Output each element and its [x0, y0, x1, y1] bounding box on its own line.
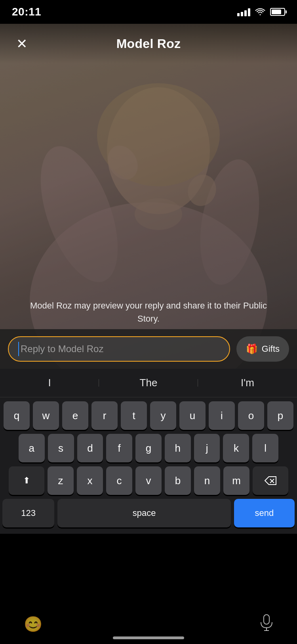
key-o[interactable]: o	[238, 401, 264, 430]
microphone-button[interactable]	[260, 614, 273, 634]
story-area: ✕ Model Roz Model Roz may preview your r…	[0, 24, 297, 369]
autocomplete-bar: I The I'm	[0, 369, 297, 397]
backspace-icon	[264, 475, 277, 486]
key-y[interactable]: y	[150, 401, 176, 430]
key-row-1: q w e r t y u i o p	[2, 401, 295, 430]
key-c[interactable]: c	[106, 466, 132, 495]
key-k[interactable]: k	[223, 434, 249, 462]
key-b[interactable]: b	[165, 466, 191, 495]
send-key[interactable]: send	[234, 499, 295, 527]
status-bar: 20:11	[0, 0, 297, 24]
gift-icon: 🎁	[246, 343, 258, 355]
key-n[interactable]: n	[194, 466, 220, 495]
autocomplete-item-the[interactable]: The	[99, 377, 198, 389]
key-e[interactable]: e	[62, 401, 88, 430]
shift-key[interactable]: ⬆	[9, 466, 44, 495]
key-j[interactable]: j	[194, 434, 220, 462]
bottom-bar: 😊	[0, 604, 297, 644]
key-r[interactable]: r	[91, 401, 118, 430]
numbers-key[interactable]: 123	[2, 499, 54, 527]
mic-icon	[260, 614, 273, 631]
key-f[interactable]: f	[106, 434, 132, 462]
text-cursor	[18, 342, 19, 356]
keyboard: q w e r t y u i o p a s d f g h j k l ⬆ …	[0, 397, 297, 534]
delete-key[interactable]	[253, 466, 288, 495]
key-h[interactable]: h	[165, 434, 191, 462]
space-key[interactable]: space	[57, 499, 231, 527]
status-icons	[237, 8, 285, 16]
reply-area: Reply to Model Roz 🎁 Gifts	[0, 329, 297, 369]
signal-icon	[237, 8, 250, 16]
key-w[interactable]: w	[33, 401, 59, 430]
close-button[interactable]: ✕	[12, 34, 32, 54]
key-d[interactable]: d	[77, 434, 103, 462]
gifts-button[interactable]: 🎁 Gifts	[236, 336, 289, 362]
key-q[interactable]: q	[4, 401, 30, 430]
story-title: Model Roz	[32, 36, 265, 51]
shift-icon: ⬆	[23, 475, 30, 486]
key-i[interactable]: i	[209, 401, 235, 430]
key-a[interactable]: a	[19, 434, 45, 462]
story-notice: Model Roz may preview your reply and sha…	[0, 299, 297, 325]
autocomplete-item-i[interactable]: I	[0, 377, 99, 389]
home-indicator	[113, 636, 184, 639]
status-time: 20:11	[12, 6, 41, 18]
key-t[interactable]: t	[121, 401, 147, 430]
key-p[interactable]: p	[267, 401, 293, 430]
emoji-button[interactable]: 😊	[24, 615, 42, 633]
key-row-3: ⬆ z x c v b n m	[2, 466, 295, 495]
key-s[interactable]: s	[48, 434, 74, 462]
svg-rect-12	[264, 615, 269, 624]
key-l[interactable]: l	[252, 434, 278, 462]
key-row-2: a s d f g h j k l	[2, 434, 295, 462]
gifts-label: Gifts	[262, 344, 280, 354]
key-v[interactable]: v	[135, 466, 162, 495]
autocomplete-item-im[interactable]: I'm	[198, 377, 297, 389]
battery-icon	[270, 8, 285, 16]
key-g[interactable]: g	[135, 434, 162, 462]
reply-input[interactable]: Reply to Model Roz	[8, 336, 230, 362]
story-header: ✕ Model Roz	[0, 24, 297, 63]
key-row-4: 123 space send	[2, 499, 295, 527]
key-x[interactable]: x	[77, 466, 103, 495]
key-z[interactable]: z	[48, 466, 74, 495]
wifi-icon	[255, 8, 265, 16]
key-m[interactable]: m	[223, 466, 249, 495]
key-u[interactable]: u	[179, 401, 206, 430]
reply-placeholder: Reply to Model Roz	[21, 343, 103, 355]
